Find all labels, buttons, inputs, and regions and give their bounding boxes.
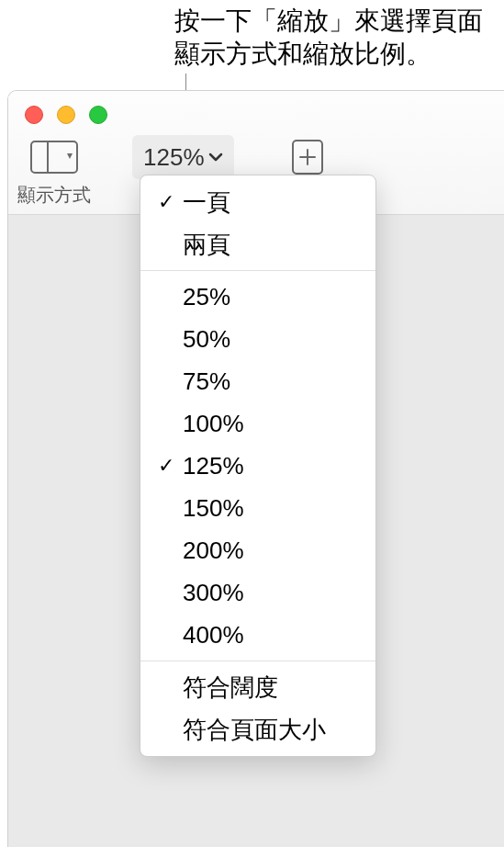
- minimize-button[interactable]: [57, 106, 75, 124]
- check-icon: ✓: [150, 190, 183, 214]
- zoom-200[interactable]: 200%: [140, 529, 375, 571]
- add-page-icon: [289, 139, 326, 175]
- zoom-75[interactable]: 75%: [140, 360, 375, 402]
- zoom-value: 125%: [143, 143, 205, 172]
- view-button[interactable]: [22, 135, 86, 179]
- check-icon: ✓: [150, 454, 183, 478]
- dropdown-item-label: 300%: [183, 579, 244, 607]
- dropdown-item-label: 150%: [183, 494, 244, 523]
- dropdown-separator: [140, 661, 375, 661]
- dropdown-item-label: 100%: [183, 410, 244, 438]
- maximize-button[interactable]: [89, 106, 107, 124]
- dropdown-item-label: 50%: [183, 325, 230, 354]
- zoom-button[interactable]: 125%: [132, 135, 234, 179]
- dropdown-item-label: 符合闊度: [183, 672, 278, 704]
- view-label: 顯示方式: [17, 183, 91, 208]
- svg-marker-2: [67, 153, 73, 159]
- dropdown-item-label: 75%: [183, 367, 230, 396]
- zoom-25[interactable]: 25%: [140, 276, 375, 318]
- dropdown-item-label: 一頁: [183, 186, 230, 219]
- dropdown-separator: [140, 270, 375, 271]
- zoom-150[interactable]: 150%: [140, 487, 375, 529]
- close-button[interactable]: [25, 106, 43, 124]
- zoom-400[interactable]: 400%: [140, 614, 375, 656]
- traffic-lights: [25, 106, 107, 124]
- dropdown-item-label: 符合頁面大小: [183, 714, 326, 746]
- page-mode-two-pages[interactable]: 兩頁: [140, 223, 375, 265]
- add-page-button[interactable]: [275, 135, 340, 179]
- dropdown-item-label: 400%: [183, 621, 244, 649]
- zoom-dropdown: ✓ 一頁 兩頁 25% 50% 75% 100% ✓ 125% 150% 200…: [140, 175, 376, 757]
- dropdown-item-label: 25%: [183, 283, 230, 311]
- view-toolbar-item[interactable]: 顯示方式: [17, 135, 91, 208]
- callout-text: 按一下「縮放」來選擇頁面 顯示方式和縮放比例。: [174, 5, 483, 72]
- dropdown-item-label: 兩頁: [183, 229, 230, 261]
- chevron-down-icon: [208, 152, 223, 162]
- dropdown-item-label: 125%: [183, 452, 244, 480]
- sidebar-panel-icon: [30, 141, 78, 174]
- zoom-100[interactable]: 100%: [140, 402, 375, 445]
- dropdown-item-label: 200%: [183, 536, 244, 565]
- zoom-50[interactable]: 50%: [140, 318, 375, 360]
- page-mode-one-page[interactable]: ✓ 一頁: [140, 181, 375, 223]
- fit-page[interactable]: 符合頁面大小: [140, 708, 375, 751]
- zoom-300[interactable]: 300%: [140, 571, 375, 614]
- fit-width[interactable]: 符合闊度: [140, 666, 375, 708]
- zoom-125[interactable]: ✓ 125%: [140, 445, 375, 487]
